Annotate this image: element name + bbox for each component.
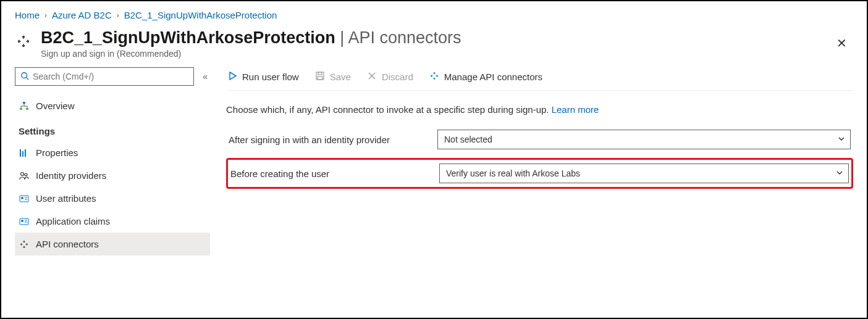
discard-icon xyxy=(367,71,377,83)
sidebar-item-properties[interactable]: Properties xyxy=(15,141,210,164)
breadcrumb-home[interactable]: Home xyxy=(15,10,40,20)
collapse-sidebar-button[interactable]: « xyxy=(200,70,210,83)
manage-api-connectors-button[interactable]: Manage API connectors xyxy=(428,70,544,84)
chevron-down-icon xyxy=(836,168,843,178)
properties-icon xyxy=(19,148,30,158)
chevron-down-icon xyxy=(838,135,845,144)
svg-rect-10 xyxy=(20,196,28,202)
connectors-icon xyxy=(429,71,439,83)
id-card-icon xyxy=(19,194,30,204)
chevron-right-icon: › xyxy=(117,11,119,20)
title-separator: | xyxy=(335,28,348,47)
sidebar-item-api-connectors[interactable]: API connectors xyxy=(15,233,210,255)
sidebar-section-settings: Settings xyxy=(15,117,210,141)
title-main: B2C_1_SignUpWithArkoseProtection xyxy=(41,28,335,47)
select-value: Verify user is real with Arkose Labs xyxy=(446,168,580,178)
breadcrumb: Home › Azure AD B2C › B2C_1_SignUpWithAr… xyxy=(1,1,867,25)
form-label: Before creating the user xyxy=(230,168,439,179)
svg-point-11 xyxy=(22,197,23,199)
sidebar: « Overview Settings Properties Identity … xyxy=(15,67,210,310)
sidebar-item-label: Properties xyxy=(36,147,78,158)
people-icon xyxy=(19,171,30,181)
select-value: Not selected xyxy=(444,135,492,144)
svg-rect-2 xyxy=(23,102,25,104)
breadcrumb-b2c[interactable]: Azure AD B2C xyxy=(52,10,112,20)
toolbar: Run user flow Save Discard xyxy=(226,67,853,91)
search-icon xyxy=(20,72,29,82)
svg-line-1 xyxy=(27,78,29,80)
main-content: Run user flow Save Discard xyxy=(226,67,853,310)
learn-more-link[interactable]: Learn more xyxy=(552,104,599,115)
sidebar-item-application-claims[interactable]: Application claims xyxy=(15,210,210,233)
svg-point-8 xyxy=(21,172,24,175)
search-input[interactable] xyxy=(33,72,188,81)
form-row-after-signin: After signing in with an identity provid… xyxy=(226,126,853,153)
save-icon xyxy=(315,71,325,83)
svg-rect-3 xyxy=(20,108,22,110)
chevron-double-left-icon: « xyxy=(203,72,208,81)
page-subtitle: Sign up and sign in (Recommended) xyxy=(41,49,822,59)
run-user-flow-button[interactable]: Run user flow xyxy=(226,70,300,84)
intro-text: Choose which, if any, API connector to i… xyxy=(226,91,853,126)
sidebar-item-label: Overview xyxy=(36,101,75,111)
form-row-before-create: Before creating the user Verify user is … xyxy=(226,158,853,189)
button-label: Discard xyxy=(382,72,413,82)
page-title: B2C_1_SignUpWithArkoseProtection | API c… xyxy=(41,28,822,48)
svg-marker-18 xyxy=(230,72,236,80)
button-label: Save xyxy=(330,72,351,82)
before-create-select[interactable]: Verify user is real with Arkose Labs xyxy=(439,164,849,183)
svg-rect-21 xyxy=(318,77,322,80)
breadcrumb-flow[interactable]: B2C_1_SignUpWithArkoseProtection xyxy=(124,10,277,20)
title-section: API connectors xyxy=(348,28,461,47)
svg-point-0 xyxy=(22,73,27,78)
button-label: Run user flow xyxy=(242,72,299,82)
userflow-icon xyxy=(15,33,32,50)
sidebar-item-label: User attributes xyxy=(36,193,96,204)
search-box[interactable] xyxy=(15,67,194,86)
sidebar-item-label: Application claims xyxy=(36,216,110,226)
discard-button: Discard xyxy=(366,70,415,84)
play-icon xyxy=(227,71,237,83)
svg-rect-6 xyxy=(22,151,23,157)
sidebar-item-overview[interactable]: Overview xyxy=(15,94,210,117)
svg-rect-7 xyxy=(25,149,26,157)
button-label: Manage API connectors xyxy=(444,72,542,82)
sidebar-item-user-attributes[interactable]: User attributes xyxy=(15,187,210,210)
intro-body: Choose which, if any, API connector to i… xyxy=(226,104,549,115)
after-signin-select[interactable]: Not selected xyxy=(437,130,851,149)
svg-rect-14 xyxy=(20,218,28,225)
svg-point-15 xyxy=(22,220,23,222)
svg-rect-4 xyxy=(26,108,28,110)
close-button[interactable]: ✕ xyxy=(830,32,853,54)
page-header: B2C_1_SignUpWithArkoseProtection | API c… xyxy=(1,25,867,67)
sitemap-icon xyxy=(19,101,30,111)
connectors-icon xyxy=(19,239,30,249)
form-label: After signing in with an identity provid… xyxy=(229,135,437,145)
svg-rect-20 xyxy=(318,72,322,75)
save-button: Save xyxy=(314,70,352,84)
id-card-icon xyxy=(19,217,30,226)
close-icon: ✕ xyxy=(836,36,847,50)
chevron-right-icon: › xyxy=(44,11,47,20)
sidebar-item-label: API connectors xyxy=(36,239,99,249)
svg-rect-5 xyxy=(20,149,21,157)
sidebar-item-identity-providers[interactable]: Identity providers xyxy=(15,164,210,187)
sidebar-item-label: Identity providers xyxy=(36,170,106,181)
svg-point-9 xyxy=(25,173,27,176)
